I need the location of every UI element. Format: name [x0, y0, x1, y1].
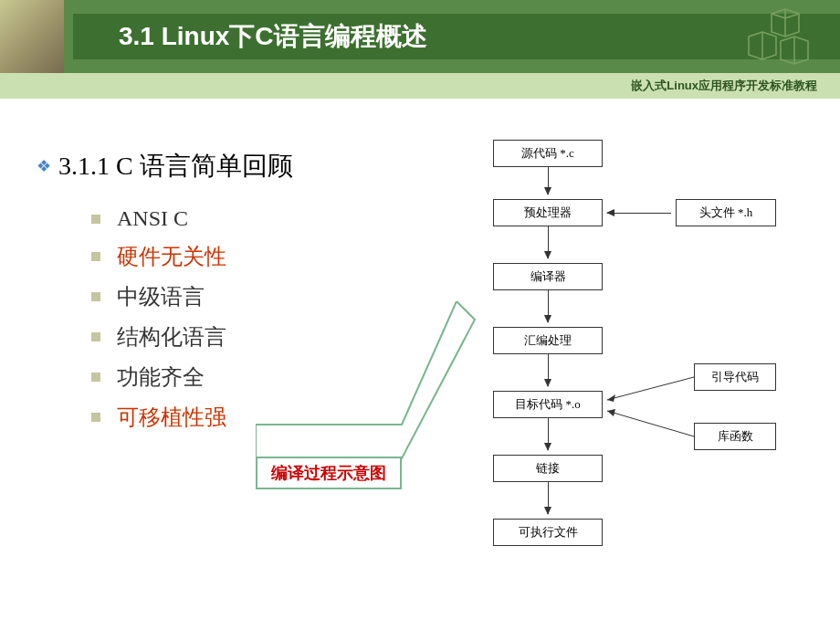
- flowchart-diagram: 源代码 *.c 预处理器 头文件 *.h 编译器 汇编处理 目标代码 *.o: [420, 126, 803, 612]
- course-name: 嵌入式Linux应用程序开发标准教程: [631, 78, 817, 94]
- arrow-left-icon: [607, 213, 671, 214]
- cube-decoration-icon: [730, 5, 822, 68]
- slide-title: 3.1 Linux下C语言编程概述: [119, 19, 427, 54]
- flow-label: 预处理器: [524, 205, 572, 221]
- square-bullet-icon: [91, 252, 100, 261]
- bullet-text: 功能齐全: [117, 362, 205, 392]
- left-column: ❖ 3.1.1 C 语言简单回顾 ANSI C 硬件无关性 中级语言 结构化语言: [37, 126, 420, 612]
- flow-label: 目标代码 *.o: [515, 396, 581, 413]
- flow-label: 可执行文件: [519, 524, 578, 541]
- flow-box-header: 头文件 *.h: [676, 199, 776, 226]
- list-item: 功能齐全: [91, 362, 420, 392]
- diamond-bullet-icon: ❖: [37, 159, 51, 173]
- flow-label: 库函数: [718, 428, 753, 445]
- flow-box-executable: 可执行文件: [493, 519, 603, 546]
- flow-box-libfunc: 库函数: [694, 423, 776, 450]
- flow-box-bootcode: 引导代码: [694, 363, 776, 391]
- list-item: ANSI C: [91, 206, 420, 231]
- bullet-list: ANSI C 硬件无关性 中级语言 结构化语言 功能齐全 可移植性强: [37, 206, 420, 432]
- svg-marker-3: [607, 409, 615, 416]
- bullet-text: 可移植性强: [117, 403, 226, 432]
- flow-label: 头文件 *.h: [699, 205, 753, 221]
- flow-label: 链接: [536, 460, 560, 477]
- bullet-text: 结构化语言: [117, 322, 226, 352]
- square-bullet-icon: [91, 413, 100, 422]
- list-item: 硬件无关性: [91, 242, 420, 271]
- header-left-decoration: [0, 0, 64, 73]
- arrow-down-icon: [548, 354, 549, 386]
- list-item: 结构化语言: [91, 322, 420, 352]
- flow-box-compiler: 编译器: [493, 263, 603, 290]
- sub-header-bar: 嵌入式Linux应用程序开发标准教程: [0, 73, 840, 99]
- svg-line-0: [607, 377, 694, 400]
- list-item: 可移植性强: [91, 403, 420, 432]
- square-bullet-icon: [91, 332, 100, 341]
- flow-box-preprocess: 预处理器: [493, 199, 603, 226]
- flow-box-linker: 链接: [493, 455, 603, 482]
- flow-box-source: 源代码 *.c: [493, 140, 603, 167]
- arrow-down-icon: [548, 167, 549, 194]
- square-bullet-icon: [91, 292, 100, 301]
- arrow-down-icon: [548, 226, 549, 258]
- square-bullet-icon: [91, 215, 100, 224]
- flow-label: 源代码 *.c: [521, 145, 574, 162]
- flow-box-object: 目标代码 *.o: [493, 391, 603, 418]
- slide-content: ❖ 3.1.1 C 语言简单回顾 ANSI C 硬件无关性 中级语言 结构化语言: [0, 99, 840, 630]
- slide-header: 3.1 Linux下C语言编程概述: [0, 0, 840, 73]
- bullet-text: 中级语言: [117, 282, 205, 311]
- svg-line-2: [607, 411, 694, 436]
- arrow-down-icon: [548, 482, 549, 514]
- section-title-text: 3.1.1 C 语言简单回顾: [58, 149, 293, 184]
- flow-box-assembler: 汇编处理: [493, 327, 603, 354]
- arrow-down-icon: [548, 418, 549, 450]
- bullet-text: ANSI C: [117, 206, 188, 231]
- svg-marker-1: [607, 394, 615, 402]
- arrow-down-icon: [548, 290, 549, 322]
- callout-box: 编译过程示意图: [256, 457, 402, 489]
- flow-label: 引导代码: [711, 369, 759, 385]
- flow-label: 编译器: [530, 268, 566, 285]
- header-title-bar: 3.1 Linux下C语言编程概述: [73, 14, 840, 59]
- callout-label: 编译过程示意图: [271, 462, 386, 484]
- bullet-text: 硬件无关性: [117, 242, 226, 271]
- square-bullet-icon: [91, 373, 100, 382]
- list-item: 中级语言: [91, 282, 420, 311]
- slant-arrows: [420, 126, 803, 583]
- section-heading: ❖ 3.1.1 C 语言简单回顾: [37, 149, 420, 184]
- flow-label: 汇编处理: [524, 332, 572, 349]
